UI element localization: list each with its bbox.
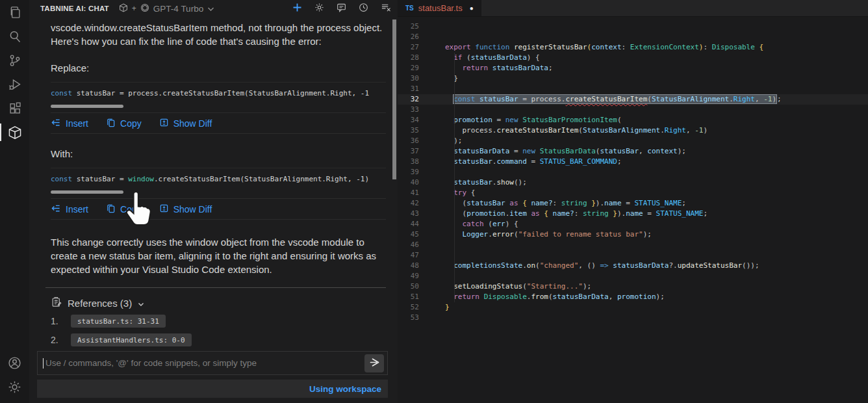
- editor-line: 51 return Disposable.from(statusBarData,…: [398, 292, 868, 302]
- tabnine-chat-panel: TABNINE AI: CHAT + GPT-4 Turbo vscode.wi…: [29, 0, 398, 403]
- chat-input[interactable]: Use / commands, '@' for code snippets, o…: [37, 351, 388, 375]
- sidebar-item-source-control[interactable]: [0, 48, 29, 72]
- editor-line: 42 (statusBar as { name?: string }).name…: [398, 198, 868, 209]
- diff-icon: [159, 203, 169, 215]
- editor-line: 35 process.createStatusBarItem(StatusBar…: [398, 125, 868, 136]
- editor-line: 30 }: [398, 73, 868, 84]
- references-list: 1.statusBar.ts: 31-312.AssistantHandlers…: [51, 315, 386, 350]
- insert-button[interactable]: Insert: [51, 203, 88, 215]
- account-icon: [8, 356, 21, 370]
- activity-bar: [0, 0, 29, 403]
- sidebar-item-tabnine[interactable]: [0, 120, 29, 144]
- feedback-button[interactable]: [337, 3, 346, 14]
- insert-label: Insert: [66, 204, 88, 214]
- editor-line: 47: [398, 250, 868, 261]
- chat-panel-header: TABNINE AI: CHAT + GPT-4 Turbo: [29, 0, 398, 17]
- editor-line: 49: [398, 271, 868, 281]
- copy-label: Copy: [120, 118, 142, 129]
- editor-line: 32 const statusBar = process.createStatu…: [398, 94, 868, 105]
- vscode-window: TABNINE AI: CHAT + GPT-4 Turbo vscode.wi…: [0, 0, 868, 403]
- show-diff-button[interactable]: Show Diff: [159, 203, 212, 215]
- assistant-explanation-text: This change correctly uses the window ob…: [51, 235, 383, 276]
- reference-item: 1.statusBar.ts: 31-31: [51, 315, 386, 328]
- model-name: GPT-4 Turbo: [153, 4, 203, 14]
- chat-settings-button[interactable]: [314, 3, 324, 14]
- send-button[interactable]: [364, 354, 384, 372]
- copy-label: Copy: [120, 204, 142, 214]
- snippet-horizontal-scrollbar[interactable]: [51, 105, 123, 108]
- indent-guide: [454, 53, 455, 302]
- clear-conversations-button[interactable]: [381, 3, 391, 14]
- chat-scrollbar-thumb[interactable]: [392, 20, 396, 179]
- code-snippet-with: const statusBar = window.createStatusBar…: [51, 168, 386, 194]
- editor-line: 34 promotion = new StatusBarPromotionIte…: [398, 115, 868, 125]
- insert-label: Insert: [66, 118, 88, 129]
- editor-line: 39: [398, 167, 868, 177]
- files-icon: [8, 6, 21, 19]
- reference-item: 2.AssistantHandlers.ts: 0-0: [51, 333, 386, 346]
- editor-line: 25: [398, 21, 868, 32]
- copy-icon: [106, 118, 116, 129]
- new-chat-button[interactable]: [292, 3, 302, 14]
- panel-title: TABNINE AI: CHAT: [40, 5, 109, 12]
- send-icon: [369, 358, 380, 369]
- editor-line: 27export function registerStatusBar(cont…: [398, 42, 868, 53]
- copy-button[interactable]: Copy: [106, 118, 142, 129]
- sidebar-item-search[interactable]: [0, 24, 29, 48]
- insert-icon: [51, 203, 61, 215]
- insert-icon: [51, 118, 61, 129]
- editor-line: 46: [398, 240, 868, 250]
- selected-code: const statusBar = process.createStatusBa…: [453, 95, 776, 103]
- manage-settings-button[interactable]: [0, 375, 29, 399]
- reference-file-pill[interactable]: statusBar.ts: 31-31: [71, 315, 166, 328]
- history-button[interactable]: [359, 3, 368, 14]
- snippet-actions: Insert Copy Show Diff: [51, 112, 386, 134]
- sidebar-item-run-debug[interactable]: [0, 72, 29, 96]
- code-snippet-replace: const statusBar = process.createStatusBa…: [51, 82, 386, 108]
- reference-file-pill[interactable]: AssistantHandlers.ts: 0-0: [71, 333, 192, 346]
- diff-icon: [159, 118, 169, 129]
- search-icon: [8, 30, 21, 43]
- tabnine-logo-icon: [119, 3, 128, 14]
- feedback-icon: [337, 3, 346, 14]
- tabnine-logo-icon: [8, 125, 22, 140]
- code-editor[interactable]: 252627export function registerStatusBar(…: [398, 17, 868, 403]
- tab-statusbar-ts[interactable]: TS statusBar.ts ●: [398, 0, 481, 16]
- workspace-bar: Using workspace: [37, 380, 388, 398]
- references-toggle[interactable]: References (3): [51, 296, 386, 309]
- copy-button[interactable]: Copy: [106, 203, 142, 215]
- snippet-code: const statusBar = process.createStatusBa…: [51, 88, 386, 98]
- show-diff-label: Show Diff: [173, 118, 212, 129]
- sidebar-item-explorer[interactable]: [0, 0, 29, 24]
- history-icon: [359, 3, 368, 14]
- chevron-down-icon: [207, 4, 214, 14]
- references-icon: [51, 296, 62, 309]
- reference-number: 1.: [51, 316, 61, 326]
- reference-number: 2.: [51, 335, 61, 345]
- model-selector[interactable]: + GPT-4 Turbo: [119, 3, 214, 14]
- sidebar-item-extensions[interactable]: [0, 96, 29, 120]
- activity-bar-bottom: [0, 351, 29, 399]
- message-divider: [45, 287, 386, 288]
- modified-dot[interactable]: ●: [470, 5, 474, 12]
- openai-logo-icon: [140, 3, 149, 14]
- tab-filename: statusBar.ts: [418, 3, 463, 13]
- snippet-code: const statusBar = window.createStatusBar…: [51, 174, 386, 184]
- editor-line: 48 completionsState.on("changed", () => …: [398, 261, 868, 271]
- text-caret: [43, 358, 44, 369]
- snippet-horizontal-scrollbar[interactable]: [51, 190, 123, 194]
- editor-line: 45 Logger.error("failed to rename status…: [398, 229, 868, 240]
- insert-button[interactable]: Insert: [51, 118, 88, 129]
- editor-line: 31: [398, 84, 868, 94]
- references-label: References (3): [68, 298, 132, 309]
- using-workspace-link[interactable]: Using workspace: [309, 384, 381, 394]
- editor-line: 52}: [398, 302, 868, 313]
- settings-gear-icon: [314, 3, 324, 14]
- editor-line: 28 if (statusBarData) {: [398, 53, 868, 63]
- editor-line: 37 statusBarData = new StatusBarData(sta…: [398, 146, 868, 157]
- typescript-file-icon: TS: [405, 5, 414, 12]
- account-button[interactable]: [0, 351, 29, 375]
- chevron-down-icon: [138, 298, 144, 309]
- show-diff-button[interactable]: Show Diff: [159, 118, 212, 129]
- show-diff-label: Show Diff: [173, 204, 212, 214]
